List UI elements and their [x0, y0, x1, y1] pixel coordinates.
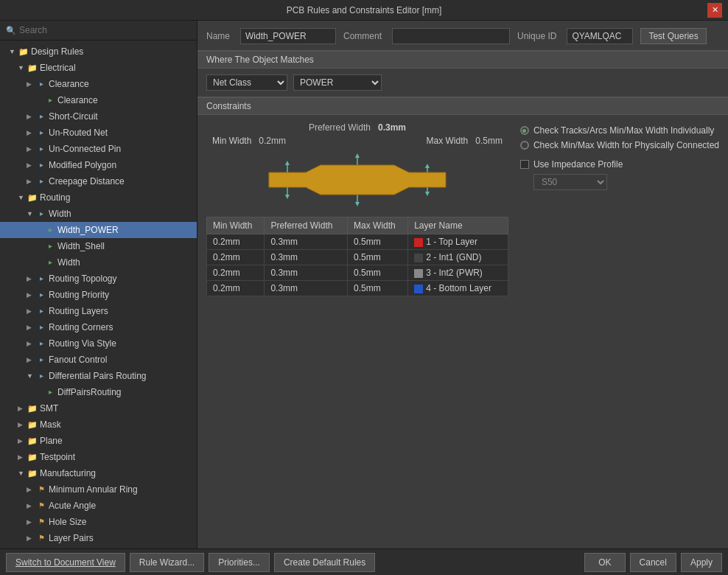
close-button[interactable]: ✕ [707, 3, 722, 18]
tree-item-width-group[interactable]: ▼▸Width [0, 206, 197, 222]
tree-item-routing-topology[interactable]: ▶▸Routing Topology [0, 271, 197, 287]
tree-item-mask[interactable]: ▶📁Mask [0, 417, 197, 433]
svg-marker-9 [269, 165, 446, 195]
tree-item-diff-pairs-item[interactable]: ▸DiffPairsRouting [0, 384, 197, 400]
uid-label: Unique ID [517, 31, 556, 41]
impedance-checkbox [520, 160, 529, 169]
tree-item-design-rules[interactable]: ▼📁Design Rules [0, 43, 197, 60]
svg-marker-7 [425, 164, 430, 168]
tree-arrow-routing-corners: ▶ [27, 321, 34, 334]
tree-item-clearance[interactable]: ▸Clearance [0, 92, 197, 108]
layer-row-3[interactable]: 0.2mm0.3mm0.5mm4 - Bottom Layer [207, 281, 508, 296]
ok-button[interactable]: OK [584, 553, 625, 572]
max-width-label-area: Max Width 0.5mm [427, 136, 503, 146]
test-queries-button[interactable]: Test Queries [640, 28, 706, 44]
uid-input[interactable] [567, 28, 633, 44]
cell-max-2: 0.5mm [348, 265, 408, 281]
tree-item-routing[interactable]: ▼📁Routing [0, 189, 197, 206]
bottom-bar: Switch to Document View Rule Wizard... P… [0, 548, 728, 575]
tree-label-hole-to-hole: Hole To Hole Clearance [49, 548, 142, 548]
pref-width-label-area: Preferred Width 0.3mm [206, 122, 508, 133]
tree-item-width-shell[interactable]: ▸Width_Shell [0, 238, 197, 254]
tree-item-routing-layers[interactable]: ▶▸Routing Layers [0, 303, 197, 319]
rule-wizard-button[interactable]: Rule Wizard... [130, 553, 204, 572]
tree-item-routing-priority[interactable]: ▶▸Routing Priority [0, 287, 197, 303]
tree-icon-routing-topology: ▸ [36, 272, 46, 285]
svg-marker-2 [285, 195, 290, 199]
right-panel: Name Comment Unique ID Test Queries Wher… [197, 21, 728, 548]
tree-item-testpoint[interactable]: ▶📁Testpoint [0, 449, 197, 465]
switch-doc-button[interactable]: Switch to Document View [6, 553, 125, 572]
tree-label-mask: Mask [40, 418, 61, 431]
tree-item-width[interactable]: ▸Width [0, 254, 197, 271]
radio-individually-dot [520, 126, 529, 135]
radio-physically-connected[interactable]: Check Min/Max Width for Physically Conne… [520, 140, 719, 150]
tree-icon-diff-pairs-item: ▸ [45, 386, 55, 399]
power-dropdown[interactable]: POWER [293, 74, 382, 91]
layer-row-0[interactable]: 0.2mm0.3mm0.5mm1 - Top Layer [207, 234, 508, 250]
netclass-dropdown[interactable]: Net Class [206, 74, 287, 91]
name-input[interactable] [240, 28, 336, 44]
impedance-option[interactable]: Use Impedance Profile [520, 159, 719, 170]
tree-icon-hole-to-hole: ⚑ [36, 548, 46, 548]
tree-label-routing-layers: Routing Layers [49, 304, 108, 318]
create-defaults-button[interactable]: Create Default Rules [274, 553, 375, 572]
tree-item-hole-to-hole[interactable]: ▶⚑Hole To Hole Clearance [0, 546, 197, 548]
tree-label-clearance: Clearance [57, 94, 98, 107]
cell-min-2: 0.2mm [207, 265, 265, 281]
tree-item-creepage-distance[interactable]: ▶▸Creepage Distance [0, 173, 197, 189]
layer-row-2[interactable]: 0.2mm0.3mm0.5mm3 - Int2 (PWR) [207, 265, 508, 281]
apply-button[interactable]: Apply [681, 553, 722, 572]
tree-item-routing-corners[interactable]: ▶▸Routing Corners [0, 319, 197, 335]
impedance-dropdown: S50 [533, 174, 607, 190]
tree-item-plane[interactable]: ▶📁Plane [0, 433, 197, 449]
tree-item-clearance-group[interactable]: ▶▸Clearance [0, 76, 197, 92]
tree-label-acute-angle: Acute Angle [49, 499, 96, 512]
comment-input[interactable] [392, 28, 510, 44]
tree-item-diff-pairs-routing[interactable]: ▼▸Differential Pairs Routing [0, 368, 197, 384]
tree-icon-hole-size: ⚑ [36, 515, 46, 529]
tree-item-min-annular-ring[interactable]: ▶⚑Minimum Annular Ring [0, 481, 197, 498]
tree-item-un-routed-net[interactable]: ▶▸Un-Routed Net [0, 125, 197, 141]
tree-item-modified-polygon[interactable]: ▶▸Modified Polygon [0, 157, 197, 173]
tree-item-short-circuit[interactable]: ▶▸Short-Circuit [0, 108, 197, 125]
tree-item-un-connected-pin[interactable]: ▶▸Un-Connected Pin [0, 141, 197, 157]
tree-item-routing-via-style[interactable]: ▶▸Routing Via Style [0, 335, 197, 352]
tree-item-acute-angle[interactable]: ▶⚑Acute Angle [0, 498, 197, 514]
tree-item-layer-pairs[interactable]: ▶⚑Layer Pairs [0, 530, 197, 546]
tree-item-fanout-control[interactable]: ▶▸Fanout Control [0, 352, 197, 368]
tree-arrow-clearance-group: ▶ [27, 77, 34, 91]
cancel-button[interactable]: Cancel [630, 553, 676, 572]
tree-item-smt[interactable]: ▶📁SMT [0, 400, 197, 417]
tree-arrow-testpoint: ▶ [18, 450, 25, 464]
tree-icon-un-connected-pin: ▸ [36, 142, 46, 156]
layer-row-1[interactable]: 0.2mm0.3mm0.5mm2 - Int1 (GND) [207, 250, 508, 265]
where-matches: Net Class POWER [197, 69, 728, 97]
constraints-section-header: Constraints [197, 97, 728, 115]
tree-icon-routing-corners: ▸ [36, 321, 46, 334]
tree-item-manufacturing[interactable]: ▼📁Manufacturing [0, 465, 197, 481]
search-input[interactable] [19, 25, 191, 35]
cell-layer-3: 4 - Bottom Layer [408, 281, 508, 296]
tree-label-width: Width [57, 256, 80, 269]
tree-label-routing-priority: Routing Priority [49, 288, 109, 302]
tree-arrow-routing-via-style: ▶ [27, 337, 34, 350]
cell-pref-0: 0.3mm [265, 234, 348, 250]
tree-label-min-annular-ring: Minimum Annular Ring [49, 483, 138, 496]
constraints-section: Preferred Width 0.3mm Min Width 0.2mm Ma… [197, 115, 728, 548]
tree-arrow-layer-pairs: ▶ [27, 532, 34, 545]
tree-arrow-routing-priority: ▶ [27, 288, 34, 302]
tree-icon-plane: 📁 [27, 434, 38, 447]
priorities-button[interactable]: Priorities... [209, 553, 270, 572]
tree-arrow-design-rules: ▼ [9, 45, 16, 58]
radio-individually[interactable]: Check Tracks/Arcs Min/Max Width Individu… [520, 125, 719, 136]
search-bar: 🔍 [0, 21, 197, 41]
tree-arrow-width-group: ▼ [27, 207, 34, 220]
tree-icon-fanout-control: ▸ [36, 353, 46, 366]
tree-icon-short-circuit: ▸ [36, 110, 46, 123]
radio-physically-dot [520, 141, 529, 150]
tree-item-width-power[interactable]: ▸Width_POWER [0, 222, 197, 238]
tree-item-hole-size[interactable]: ▶⚑Hole Size [0, 514, 197, 530]
tree-item-electrical[interactable]: ▼📁Electrical [0, 60, 197, 76]
tree-arrow-un-routed-net: ▶ [27, 126, 34, 139]
